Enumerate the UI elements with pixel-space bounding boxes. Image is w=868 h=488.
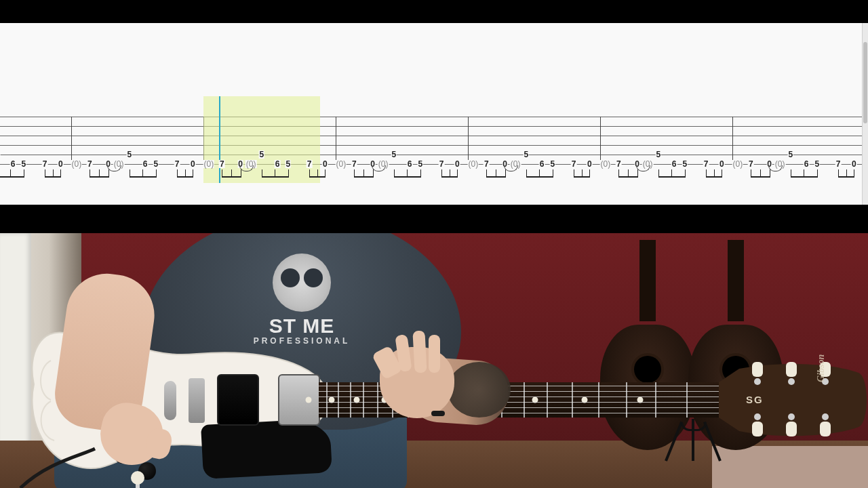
vertical-scrollbar[interactable] — [862, 23, 868, 205]
scrollbar-thumb[interactable] — [863, 42, 867, 123]
finger-2 — [412, 331, 427, 373]
tab-inner: 570(0)56570(0)70(0)56570(0)70(0)56570(0)… — [0, 23, 863, 205]
cat-icon — [273, 253, 331, 312]
string-4 — [0, 145, 863, 146]
string-3 — [0, 136, 863, 136]
forearm-tattoo — [448, 362, 511, 418]
brand-logo: Gibson — [816, 354, 826, 382]
guitar-strings — [319, 382, 719, 418]
tuner-6 — [818, 415, 833, 435]
pickup-toggle — [136, 476, 140, 488]
tuner-5 — [784, 415, 799, 435]
tailpiece — [164, 381, 176, 420]
string-2 — [0, 126, 863, 127]
ring — [431, 411, 445, 416]
tab-panel: 570(0)56570(0)70(0)56570(0)70(0)56570(0)… — [0, 23, 868, 205]
pickguard — [201, 418, 332, 479]
bridge-pickup — [217, 374, 259, 426]
neck-pickup — [278, 374, 320, 426]
tuner-1 — [750, 363, 765, 384]
letterbox-top — [0, 0, 868, 23]
tuner-2 — [784, 363, 799, 384]
headstock — [719, 363, 868, 436]
model-label: SG — [746, 394, 764, 405]
guitar-cable — [20, 449, 102, 488]
bridge — [189, 378, 205, 423]
string-1 — [0, 117, 863, 117]
letterbox-mid — [0, 205, 868, 233]
rhythm-stems — [0, 169, 863, 182]
finger-3 — [429, 335, 440, 373]
video-panel: ST ME PROFESSIONAL — [0, 233, 868, 488]
tuner-4 — [750, 415, 765, 435]
